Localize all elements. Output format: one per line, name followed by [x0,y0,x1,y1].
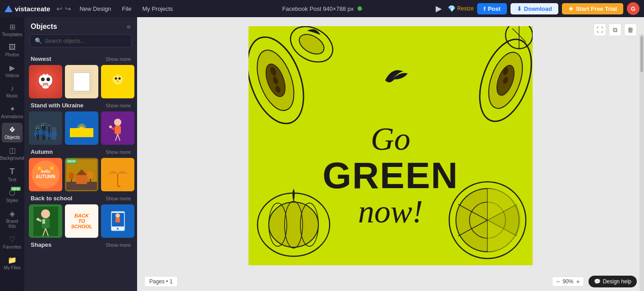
svg-point-72 [296,30,327,58]
section-newest-title: Newest [31,55,51,62]
skull-svg [34,70,57,93]
sidebar-label-brand-kits: Brand Kits [4,219,21,229]
frame-svg [70,69,93,94]
design-help-button[interactable]: 💬 Design help [589,276,637,287]
umbrella-svg [106,161,130,188]
redo-button[interactable]: ↪ [65,5,71,13]
bird-decoration [376,62,412,94]
sidebar-label-background: Background [0,156,24,161]
object-student[interactable] [29,204,62,238]
resize-button[interactable]: 💎 Resize [448,5,474,12]
sidebar-item-animations[interactable]: ✦ Animations [2,102,23,122]
musician-svg [106,116,129,141]
trial-button[interactable]: ★ Start Free Trial [562,3,623,14]
svg-rect-58 [42,219,45,224]
favorites-icon: ♡ [9,235,15,244]
object-ukraine-flag[interactable] [65,111,98,145]
my-projects-button[interactable]: My Projects [140,4,175,14]
object-hello-autumn[interactable]: hello AUTUMN [29,158,62,191]
sidebar-item-objects[interactable]: ❖ Objects [2,123,23,143]
object-musician[interactable] [101,111,134,145]
new-design-button[interactable]: New Design [77,4,113,14]
vertical-scrollbar[interactable] [639,34,644,291]
object-umbrella[interactable] [101,158,134,191]
search-input[interactable] [45,38,127,44]
object-back-to-school-text[interactable]: BACKTOSCHOOL [65,204,98,238]
text-icon: T [10,167,15,176]
brand-kits-icon: ◈ [9,209,15,218]
search-box: 🔍 [30,34,132,47]
sidebar-item-styles[interactable]: ⬡ NEW Styles [2,186,23,206]
sidebar-item-photos[interactable]: 🖼 Photos [2,41,23,60]
star-icon: ★ [568,5,574,12]
section-autumn-title: Autumn [31,148,53,155]
sidebar-item-videos[interactable]: ▶ Videos [2,61,23,81]
fruit-topleft [248,26,348,134]
sidebar-item-background[interactable]: ◫ Background [2,143,23,163]
go-text: Go [322,122,459,157]
svg-point-65 [117,228,119,230]
section-backtoschool-grid: BACKTOSCHOOL [24,204,137,238]
sidebar-item-my-files[interactable]: 📁 My Files [2,253,23,273]
section-backtoschool-show-more[interactable]: Show more [106,196,131,201]
sidebar-item-text[interactable]: T Text [2,164,23,185]
section-shapes-title: Shapes [31,241,51,248]
svg-point-36 [114,119,121,126]
section-shapes-show-more[interactable]: Show more [106,242,131,248]
svg-point-2 [41,78,45,81]
app-logo[interactable]: vistacreate [5,5,50,13]
section-newest-show-more[interactable]: Show more [106,56,131,62]
canvas-toolbar: ⛶ ⧉ 🗑 [593,23,637,36]
main-layout: ⊞ Templates 🖼 Photos ▶ Videos ♪ Music ✦ … [0,17,644,291]
svg-rect-37 [115,126,121,134]
sidebar-item-brand-kits[interactable]: ◈ Brand Kits [2,207,23,231]
post-button[interactable]: f Post [477,3,507,14]
download-button[interactable]: ⬇ Download [511,3,558,14]
delete-tool-button[interactable]: 🗑 [624,23,637,36]
svg-rect-48 [76,175,87,184]
object-tablet-scene[interactable] [101,204,134,238]
canvas-scroll[interactable]: Go GREEN now! [137,17,644,291]
sidebar-label-photos: Photos [5,52,19,57]
design-canvas[interactable]: Go GREEN now! [248,26,533,265]
undo-button[interactable]: ↩ [56,5,62,13]
svg-rect-28 [36,128,37,129]
section-autumn-show-more[interactable]: Show more [106,149,131,155]
object-skull[interactable] [29,65,62,98]
pages-indicator[interactable]: Pages • 1 [144,276,178,287]
sidebar-item-music[interactable]: ♪ Music [2,82,23,101]
user-avatar[interactable]: G [627,2,639,15]
file-menu[interactable]: File [120,4,134,14]
section-ukraine-title: Stand with Ukraine [31,102,83,109]
svg-point-9 [43,70,48,75]
sidebar-label-my-files: My Files [4,265,20,270]
section-ukraine-header: Stand with Ukraine Show more [24,98,137,111]
copy-tool-button[interactable]: ⧉ [609,23,621,36]
photos-icon: 🖼 [9,43,16,51]
zoom-out-button[interactable]: − [556,278,560,285]
sidebar-item-favorites[interactable]: ♡ Favorites [2,232,23,252]
sidebar-label-music: Music [6,93,18,98]
ukraine-flag-svg [70,119,93,137]
section-newest-grid: › [24,65,137,98]
city-svg [34,116,57,140]
videos-icon: ▶ [9,64,15,72]
green-text: GREEN [322,156,459,195]
crop-tool-button[interactable]: ⛶ [593,23,606,36]
svg-point-85 [269,202,318,247]
panel-collapse-button[interactable]: « [127,23,131,31]
sidebar-item-templates[interactable]: ⊞ Templates [2,20,23,40]
section-ukraine-show-more[interactable]: Show more [106,103,131,108]
canvas-title-area: Facebook Post 940×788 px [282,5,362,12]
svg-point-17 [115,78,117,80]
object-frame[interactable] [65,65,98,98]
preview-button[interactable]: ▶ [433,2,444,15]
svg-point-3 [46,78,50,81]
object-city[interactable] [29,111,62,145]
object-chick[interactable] [101,65,134,98]
now-text: now! [322,195,459,229]
icon-sidebar: ⊞ Templates 🖼 Photos ▶ Videos ♪ Music ✦ … [0,17,24,291]
sidebar-label-styles: Styles [6,198,18,203]
sidebar-label-videos: Videos [5,73,19,78]
zoom-in-button[interactable]: + [576,278,580,285]
